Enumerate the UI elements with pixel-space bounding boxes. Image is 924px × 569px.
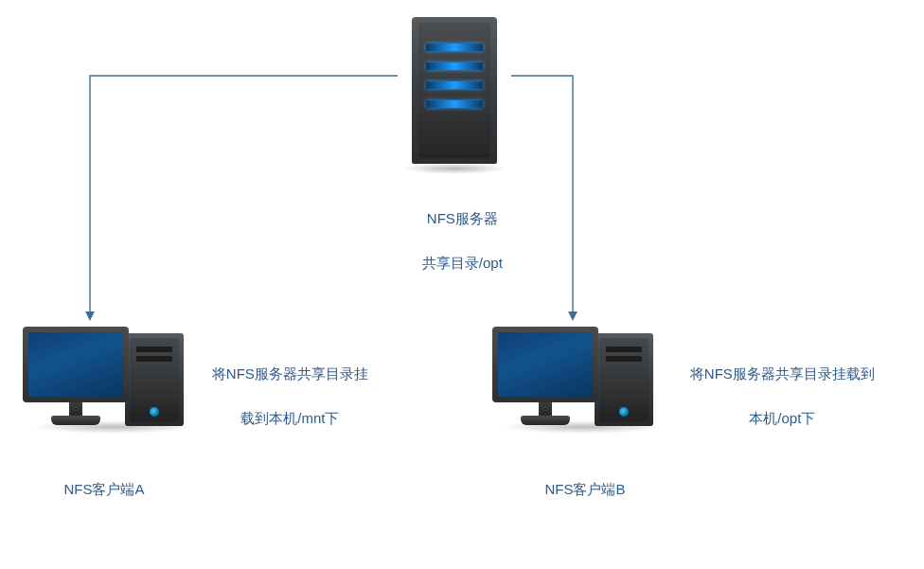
client-a-icon (23, 322, 203, 454)
client-a-description: 将NFS服务器共享目录挂 载到本机/mnt下 (187, 341, 377, 451)
client-a-name: NFS客户端A (38, 478, 170, 500)
client-b-desc-line2: 本机/opt下 (749, 410, 815, 426)
diagram-canvas: NFS服务器 共享目录/opt 将NFS服务器共享目录挂 载到本机/mnt下 N… (0, 0, 924, 569)
client-a-desc-line2: 载到本机/mnt下 (240, 410, 339, 426)
server-label-line2: 共享目录/opt (422, 255, 503, 271)
client-a-desc-line1: 将NFS服务器共享目录挂 (212, 365, 368, 382)
client-b-icon (492, 322, 672, 454)
client-b-description: 将NFS服务器共享目录挂载到 本机/opt下 (670, 341, 879, 451)
server-label-line1: NFS服务器 (427, 210, 498, 226)
client-b-desc-line1: 将NFS服务器共享目录挂载到 (690, 365, 875, 382)
nfs-server-label: NFS服务器 共享目录/opt (360, 186, 549, 295)
client-b-name: NFS客户端B (519, 478, 651, 500)
nfs-server-icon (398, 17, 511, 169)
